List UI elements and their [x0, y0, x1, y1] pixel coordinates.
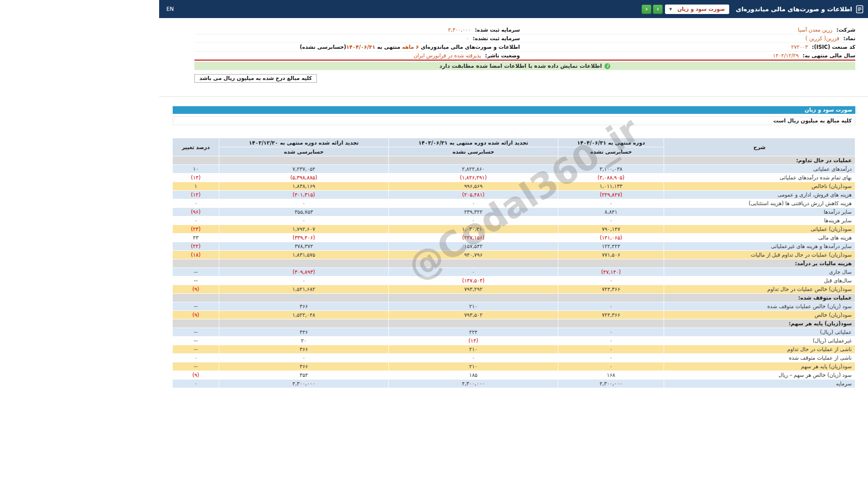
cell-value: ۱,۷۹۲,۶۰۷ [219, 225, 389, 234]
cell-value: ۰ [558, 199, 664, 208]
cell-value: ۳۶۶ [219, 302, 389, 311]
cell-value [219, 319, 389, 328]
cell-value: (۹۶) [173, 208, 219, 216]
table-row: هزینه های فروش، اداری و عمومی(۲۲۹,۸۲۷)(۲… [173, 191, 855, 199]
cell-value: ۴۳ [173, 234, 219, 242]
col-header-description: شرح [664, 138, 855, 156]
cell-value [219, 294, 389, 302]
cell-value: ۱۲۲,۴۲۴ [558, 242, 664, 251]
table-row: درآمدهای عملیاتی۳,۱۰۰,۰۳۸۲,۸۲۲,۸۶۰۷,۲۳۷,… [173, 165, 855, 174]
cell-value: ۲۱۰ [389, 362, 558, 371]
cell-value: ۳۶۶ [219, 345, 389, 354]
cell-value: (۱۴) [173, 174, 219, 182]
table-row: سود(زیان) عملیات در حال تداوم قبل از مال… [173, 251, 855, 259]
cell-value: ۹۴۰,۷۹۶ [389, 251, 558, 259]
col-header-percent-change: درصد تغییر [173, 138, 219, 156]
cell-value: ۰ [173, 380, 219, 388]
statement-subtitle: کلیه مبالغ به میلیون ریال است [173, 117, 855, 125]
statement-type-dropdown[interactable]: صورت سود و زیان ▼ [665, 5, 729, 14]
cell-value [173, 259, 219, 268]
cell-value: (۴۰۱,۳۱۵) [219, 191, 389, 199]
cell-value: ۴,۳۰۰,۰۰۰ [219, 380, 389, 388]
statement-report-icon [856, 5, 863, 14]
row-label: سود(زیان) عملیات در حال تداوم قبل از مال… [664, 251, 855, 259]
cell-value: -- [173, 268, 219, 277]
table-row: سایر هزینه‌ها۰۰۰۰ [173, 216, 855, 225]
table-row: غیرعملیاتی (ریال)۰(۱۴)۲۰-- [173, 337, 855, 345]
cell-value: ۰ [389, 354, 558, 362]
cell-value: ۱,۸۳۱,۵۷۵ [219, 251, 389, 259]
table-row: سود(زیان) ناخالص۱,۰۱۱,۱۳۳۹۹۶,۵۶۹۱,۸۳۸,۱۶… [173, 182, 855, 191]
table-row: ناشی از عملیات متوقف شده۰۰۰۰ [173, 354, 855, 362]
cell-value: ۱۸۵ [389, 371, 558, 380]
table-row: سال جاری(۴۷,۱۴۰)۰(۳۰۹,۸۹۳)-- [173, 268, 855, 277]
cell-value: (۳۰۹,۸۹۳) [219, 268, 389, 277]
cell-value: ۱,۵۲۲,۰۴۸ [219, 311, 389, 319]
cell-value: -- [173, 302, 219, 311]
language-toggle[interactable]: EN [166, 6, 174, 12]
isic-code-label: کد صنعت (ISIC): [812, 44, 855, 50]
cell-value: (۲,۰۸۸,۹۰۵) [558, 174, 664, 182]
cell-value: ۰ [219, 199, 389, 208]
cell-value: ۱۶۸ [558, 371, 664, 380]
page: اطلاعات و صورت‌های مالی میاندوره‌ای صورت… [159, 0, 868, 388]
row-label: سایر درآمدها [664, 208, 855, 216]
table-row: سرمایه۴,۳۰۰,۰۰۰۴,۳۰۰,۰۰۰۴,۳۰۰,۰۰۰۰ [173, 380, 855, 388]
table-row: سود(زیان) خالص۷۲۴,۳۶۶۷۹۳,۵۰۲۱,۵۲۲,۰۴۸(۹) [173, 311, 855, 319]
cell-value [173, 294, 219, 302]
row-label: سایر هزینه‌ها [664, 216, 855, 225]
page-title: اطلاعات و صورت‌های مالی میاندوره‌ای [736, 5, 852, 13]
row-label: سود (زیان) خالص عملیات متوقف شده [664, 302, 855, 311]
period-nav-buttons: › ‹ [642, 5, 663, 14]
cell-value: ۲۱۰ [389, 345, 558, 354]
company-row: کد صنعت (ISIC): ۲۷۲۰۰۳ اطلاعات و صورت‌ها… [194, 42, 855, 51]
banner-text: اطلاعات نمایش داده شده با اطلاعات امضا ش… [439, 63, 602, 69]
row-label: سال‌های قبل [664, 277, 855, 285]
cell-value: (۱۴۱,۰۶۵) [558, 234, 664, 242]
section-divider [159, 96, 868, 97]
table-row: سود (زیان) خالص هر سهم – ریال۱۶۸۱۸۵۳۵۴(۹… [173, 371, 855, 380]
row-label: سود(زیان) پایه هر سهم: [664, 319, 855, 328]
info-icon: i [604, 63, 610, 69]
cell-value: ۲,۸۲۲,۸۶۰ [389, 165, 558, 174]
interim-text: منتهی به [375, 44, 402, 50]
section-row: هزینه مالیات بر درآمد: [173, 259, 855, 268]
cell-value: (۳۳۹,۴۰۶) [219, 234, 389, 242]
cell-value: ۸,۸۴۱ [558, 208, 664, 216]
interim-text: اطلاعات و صورت‌های مالی میاندوره‌ای [419, 44, 520, 50]
audit-status-annual: حسابرسی شده [219, 147, 389, 156]
cell-value: ۰ [558, 302, 664, 311]
cell-value: ۱,۰۱۱,۱۳۳ [558, 182, 664, 191]
row-label: هزینه مالیات بر درآمد: [664, 259, 855, 268]
income-statement-section: @Codal360_ir صورت سود و زیان کلیه مبالغ … [173, 106, 855, 388]
table-row: عملیاتی (ریال)۰۲۲۴۳۴۶-- [173, 328, 855, 337]
cell-value: ۴,۳۰۰,۰۰۰ [389, 380, 558, 388]
cell-value: ۰ [558, 277, 664, 285]
signature-match-banner: i اطلاعات نمایش داده شده با اطلاعات امضا… [194, 62, 855, 70]
cell-value [558, 294, 664, 302]
section-row: سود(زیان) پایه هر سهم: [173, 319, 855, 328]
cell-value: ۳۴۶ [219, 328, 389, 337]
row-label: سود (زیان) خالص هر سهم – ریال [664, 371, 855, 380]
row-label: عملیات متوقف شده: [664, 294, 855, 302]
cell-value: -- [173, 277, 219, 285]
cell-value: ۰ [173, 199, 219, 208]
company-row: شرکت: زرین معدن آسیا سرمایه ثبت شده: ۴,۳… [194, 25, 855, 34]
cell-value [389, 294, 558, 302]
cell-value: ۱,۵۲۱,۶۸۲ [219, 285, 389, 294]
cell-value: ۷۲۴,۳۶۶ [558, 285, 664, 294]
cell-value: ۲۲۴ [389, 328, 558, 337]
cell-value: (۹) [173, 285, 219, 294]
cell-value: ۲۰ [219, 337, 389, 345]
section-row: عملیات در حال تداوم: [173, 156, 855, 165]
cell-value: ۷۲۴,۳۶۶ [558, 311, 664, 319]
isic-code-value: ۲۷۲۰۰۳ [791, 44, 808, 50]
cell-value: ۷۹۳,۵۰۲ [389, 311, 558, 319]
cell-value: (۹) [173, 311, 219, 319]
next-period-button[interactable]: › [653, 5, 663, 14]
cell-value: -- [173, 337, 219, 345]
cell-value: (۱۲) [173, 191, 219, 199]
cell-value: ۱۰ [173, 165, 219, 174]
prev-period-button[interactable]: ‹ [642, 5, 651, 14]
cell-value: (۲۲) [173, 242, 219, 251]
